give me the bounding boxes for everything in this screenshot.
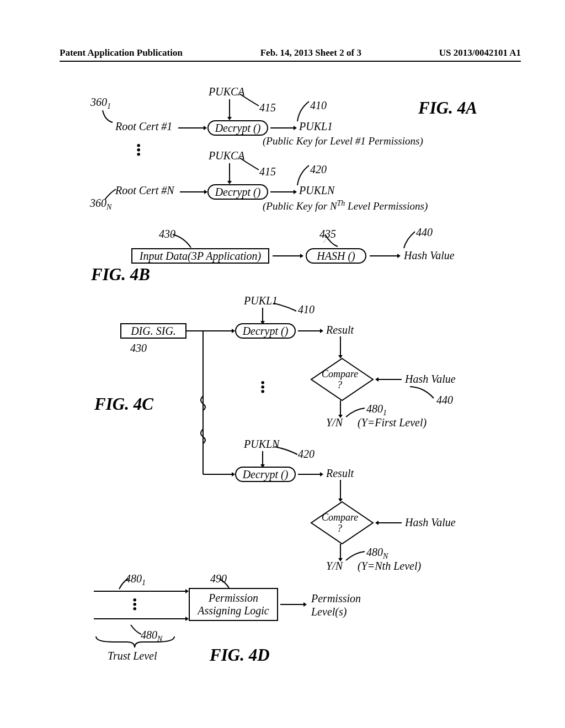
arrow-dec2-result <box>298 472 323 477</box>
svg-marker-5 <box>294 126 297 130</box>
ref-440: 440 <box>416 226 433 239</box>
header-left: Patent Application Publication <box>60 47 183 58</box>
ref-480-1-d: 4801 <box>125 572 146 587</box>
ref-360-n: 360N <box>90 197 111 212</box>
pukln: PUKLN <box>299 184 334 197</box>
svg-marker-49 <box>303 602 307 607</box>
svg-marker-36 <box>320 472 323 477</box>
ref-420-c: 420 <box>298 448 315 461</box>
ref-415-2: 415 <box>259 165 276 178</box>
ref-490: 490 <box>210 572 227 585</box>
arrow-rootn-decrypt <box>180 190 207 194</box>
vdots-d: ••• <box>132 598 137 611</box>
arrow-hash-out <box>370 254 401 258</box>
ref-415-1: 415 <box>259 101 276 114</box>
trust-brace <box>94 634 177 651</box>
leader-440-c <box>408 385 436 402</box>
fig-4c-label: FIG. 4C <box>94 394 153 414</box>
svg-marker-27 <box>338 355 343 358</box>
decrypt-oval-2: Decrypt () <box>207 184 268 200</box>
fig-4a-label: FIG. 4A <box>418 98 477 118</box>
pukl1-c: PUKL1 <box>244 295 278 307</box>
arrow-pukca-down-1 <box>227 99 232 120</box>
hashval-c-2: Hash Value <box>405 516 456 529</box>
yfirst: (Y=First Level) <box>358 416 427 429</box>
arrow-pukln-down <box>260 451 265 468</box>
diagram-canvas: FIG. 4A 3601 Root Cert #1 PUKCA 415 Decr… <box>0 83 565 706</box>
vdots-roots: ••• <box>136 143 141 157</box>
arrow-480-1-in <box>94 589 189 593</box>
ref-410: 410 <box>310 99 327 112</box>
arrow-hash-in-1 <box>375 377 402 382</box>
arrow-pukca-down-2 <box>227 163 232 184</box>
arrow-pal-out <box>280 602 307 607</box>
header-center: Feb. 14, 2013 Sheet 2 of 3 <box>260 47 361 58</box>
arrow-hash-in-2 <box>375 521 402 525</box>
ref-440-c: 440 <box>436 394 453 406</box>
arrow-480-n-in <box>94 617 189 621</box>
arrow-root1-decrypt <box>178 126 207 130</box>
fig-4b-label: FIG. 4B <box>91 265 150 285</box>
digsig-box: DIG. SIG. <box>120 323 186 339</box>
squiggle-2 <box>198 429 209 446</box>
arrow-compare2-down <box>338 544 343 561</box>
pukln-note: (Public Key for NTh Level Permissions) <box>263 199 428 212</box>
permission-out-1: Permission <box>311 592 361 605</box>
decrypt-c-2: Decrypt () <box>235 467 296 482</box>
svg-marker-30 <box>375 377 379 382</box>
compare-q-1: ? <box>337 379 342 391</box>
compare-text-2: Compare <box>322 512 358 523</box>
ref-480-1-c: 4801 <box>366 403 387 417</box>
leader-360-1 <box>99 109 116 125</box>
ref-410-c: 410 <box>298 303 315 316</box>
arrow-result1-down <box>338 336 343 358</box>
header-right: US 2013/0042101 A1 <box>439 47 521 58</box>
ref-360-1: 3601 <box>90 96 111 111</box>
ref-420: 420 <box>310 163 327 176</box>
hashval-c-1: Hash Value <box>405 373 456 386</box>
ref-430-b: 430 <box>159 228 175 240</box>
arrow-decrypt2-out <box>270 190 297 194</box>
svg-marker-41 <box>375 521 379 525</box>
ref-480-n-d: 480N <box>141 629 162 644</box>
ref-435: 435 <box>319 228 336 240</box>
arrow-input-hash <box>273 254 303 258</box>
decrypt-oval-1: Decrypt () <box>207 120 268 136</box>
root-cert-1: Root Cert #1 <box>115 120 172 133</box>
permission-out-2: Level(s) <box>311 606 347 618</box>
pukca-1: PUKCA <box>209 85 245 98</box>
svg-marker-25 <box>320 329 323 333</box>
arrow-decrypt1-out <box>270 126 297 130</box>
pukl1-note: (Public Key for Level #1 Permissions) <box>263 135 423 147</box>
fork-digsig <box>186 325 235 480</box>
pukl1: PUKL1 <box>299 120 333 133</box>
ref-430-c: 430 <box>130 342 147 355</box>
svg-marker-38 <box>338 499 343 502</box>
svg-marker-11 <box>294 190 297 194</box>
compare-q-2: ? <box>337 523 342 534</box>
page-header: Patent Application Publication Feb. 14, … <box>60 47 521 62</box>
arrow-pukl1-down <box>260 308 265 324</box>
result-1: Result <box>326 324 354 336</box>
ref-480-n-c: 480N <box>366 546 388 561</box>
root-cert-n: Root Cert #N <box>115 184 174 197</box>
arrow-result2-down <box>338 480 343 502</box>
permission-logic-box: Permission Assigning Logic <box>189 588 278 621</box>
yn-2: Y/N <box>326 560 343 572</box>
hash-value: Hash Value <box>404 249 455 262</box>
fig-4d-label: FIG. 4D <box>210 645 270 665</box>
trust-level: Trust Level <box>108 650 157 662</box>
svg-marker-15 <box>397 254 401 258</box>
hash-oval: HASH () <box>306 248 366 264</box>
svg-marker-13 <box>300 254 303 258</box>
yn-1: Y/N <box>326 416 343 429</box>
arrow-dec1-result <box>298 329 323 333</box>
ynth: (Y=Nth Level) <box>358 560 421 572</box>
decrypt-c-1: Decrypt () <box>235 323 296 339</box>
svg-marker-1 <box>204 126 207 130</box>
vdots-c: ••• <box>260 381 265 394</box>
squiggle-1 <box>198 396 209 413</box>
input-data-box: Input Data(3P Application) <box>131 248 269 264</box>
pukca-2: PUKCA <box>209 149 245 162</box>
arrow-compare1-down <box>338 400 343 418</box>
